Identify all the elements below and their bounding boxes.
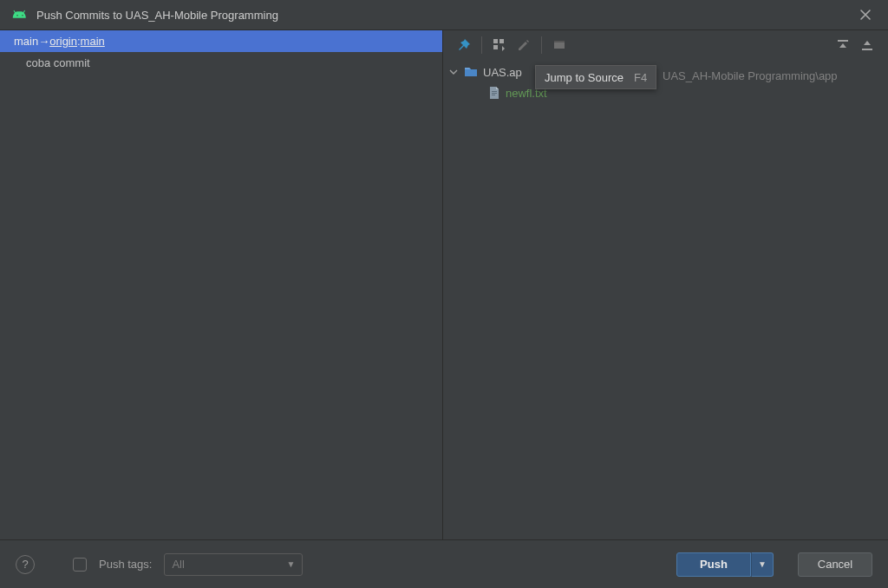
branch-arrow: → (38, 35, 49, 48)
svg-rect-1 (500, 39, 504, 43)
titlebar: Push Commits to UAS_AH-Mobile Programmin… (0, 0, 888, 29)
remote-branch[interactable]: main (81, 35, 105, 48)
folder-icon (464, 66, 478, 78)
expand-all-icon[interactable] (831, 33, 855, 57)
files-panel: UAS.ap newfl.txt (443, 30, 888, 539)
push-button[interactable]: Push (676, 552, 751, 577)
svg-rect-2 (493, 45, 498, 49)
android-icon (12, 7, 28, 23)
changed-files-tree: UAS.ap newfl.txt (443, 60, 888, 105)
push-split-button: Push ▼ (676, 552, 774, 577)
svg-rect-0 (493, 39, 498, 43)
toolbar-separator (481, 36, 482, 54)
toolbar-separator (541, 36, 542, 54)
local-branch: main (14, 35, 38, 48)
commit-row[interactable]: coba commit (0, 52, 442, 73)
tooltip-shortcut: F4 (634, 71, 647, 84)
svg-rect-4 (554, 41, 565, 42)
edit-icon[interactable] (512, 33, 536, 57)
files-toolbar (443, 30, 888, 60)
tree-file-row[interactable]: newfl.txt (448, 82, 883, 103)
svg-rect-7 (492, 91, 497, 92)
svg-rect-9 (492, 95, 495, 95)
help-button[interactable]: ? (16, 555, 35, 574)
view-icon[interactable] (547, 33, 571, 57)
chevron-down-icon[interactable] (448, 66, 459, 79)
folder-label: UAS.ap (483, 66, 522, 79)
push-tags-checkbox[interactable] (73, 558, 87, 572)
folder-path-suffix: UAS_AH-Mobile Programming\app (663, 69, 838, 82)
bottom-bar: ? Push tags: All ▼ Push ▼ Cancel (0, 539, 888, 588)
commits-panel: main → origin : main coba commit (0, 30, 443, 539)
push-tags-value: All (172, 558, 184, 571)
svg-rect-6 (862, 49, 872, 50)
close-button[interactable] (852, 3, 879, 27)
tooltip-jump-to-source: Jump to Source F4 (535, 65, 656, 89)
tooltip-text: Jump to Source (545, 71, 624, 84)
svg-rect-8 (492, 93, 497, 94)
push-tags-combo[interactable]: All ▼ (164, 553, 303, 576)
dialog-title: Push Commits to UAS_AH-Mobile Programmin… (36, 9, 852, 22)
chevron-down-icon: ▼ (287, 559, 296, 569)
pin-icon[interactable] (452, 33, 476, 57)
branch-row[interactable]: main → origin : main (0, 30, 442, 52)
text-file-icon (488, 86, 500, 100)
push-dropdown-button[interactable]: ▼ (751, 552, 774, 577)
cancel-button[interactable]: Cancel (798, 552, 872, 577)
push-commits-dialog: Push Commits to UAS_AH-Mobile Programmin… (0, 0, 888, 588)
remote-name[interactable]: origin (49, 35, 77, 48)
svg-rect-5 (838, 40, 848, 42)
group-by-icon[interactable] (487, 33, 512, 57)
push-tags-label: Push tags: (99, 558, 152, 571)
content-area: main → origin : main coba commit (0, 29, 888, 539)
collapse-all-icon[interactable] (855, 33, 879, 57)
commit-message: coba commit (26, 56, 90, 69)
